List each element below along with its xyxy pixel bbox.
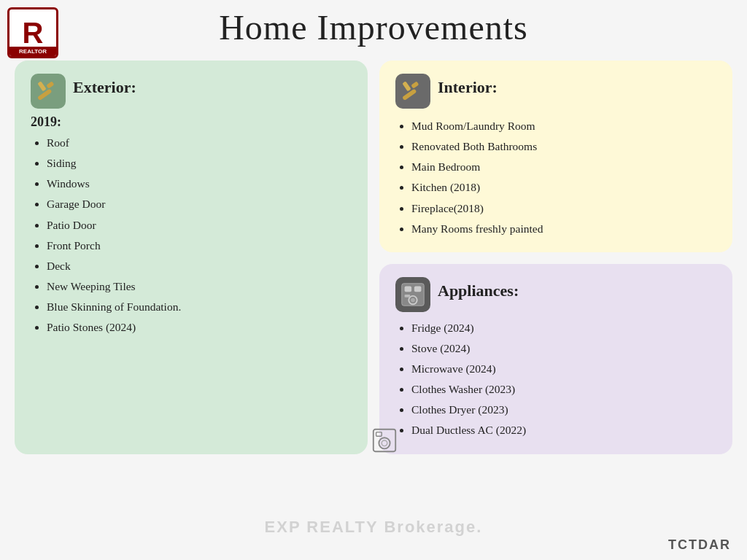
list-item: Mud Room/Laundry Room [411,116,716,136]
svg-rect-8 [414,286,422,292]
svg-point-10 [411,298,415,303]
page-wrapper: R REALTOR Home Improvements Exterior: 20… [0,0,747,560]
appliances-title: Appliances: [438,277,519,300]
svg-rect-4 [402,88,417,101]
appliances-card: Appliances: Fridge (2024) Stove (2024) M… [379,264,732,454]
exterior-title: Exterior: [73,74,136,97]
hammer-icon [34,77,62,105]
appliances-icon [395,277,430,312]
appliances-list: Fridge (2024) Stove (2024) Microwave (20… [395,318,716,440]
exterior-subtitle: 2019: [31,114,352,130]
list-item: Patio Stones (2024) [47,317,352,337]
realtor-text: REALTOR [9,47,56,56]
interior-hammer-icon [399,77,427,105]
list-item: Deck [47,256,352,276]
list-item: Windows [47,174,352,193]
svg-point-15 [382,440,387,446]
interior-list: Mud Room/Laundry Room Renovated Both Bat… [395,116,716,238]
list-item: Main Bedroom [411,157,716,176]
appliances-card-header: Appliances: [395,277,716,312]
svg-rect-7 [405,286,412,292]
svg-rect-5 [402,81,411,91]
list-item: Kitchen (2018) [411,177,716,197]
washer-icon [371,427,398,454]
exterior-list: Roof Siding Windows Garage Door Patio Do… [31,133,352,337]
interior-icon [395,74,430,109]
list-item: Clothes Dryer (2023) [411,400,716,419]
list-item: Roof [47,133,352,152]
washer-icon-area [367,423,402,458]
list-item: Fireplace(2018) [411,198,716,218]
svg-rect-2 [37,81,46,91]
page-title: Home Improvements [15,7,732,47]
list-item: Garage Door [47,194,352,214]
list-item: Stove (2024) [411,338,716,358]
svg-rect-0 [46,81,54,88]
list-item: Clothes Washer (2023) [411,379,716,399]
realtor-logo: R REALTOR [7,7,66,66]
list-item: Blue Skinning of Foundation. [47,297,352,316]
exterior-card-header: Exterior: [31,74,352,109]
svg-rect-11 [405,295,411,298]
list-item: Dual Ductless AC (2022) [411,420,716,440]
svg-rect-13 [376,432,382,437]
tctdar-badge: TCTDAR [668,537,731,553]
list-item: Siding [47,153,352,173]
list-item: Fridge (2024) [411,318,716,338]
list-item: Microwave (2024) [411,359,716,378]
exterior-icon [31,74,66,109]
content-grid: Exterior: 2019: Roof Siding Windows Gara… [15,61,732,454]
interior-title: Interior: [438,74,498,97]
list-item: Renovated Both Bathrooms [411,136,716,156]
svg-rect-3 [411,81,419,88]
list-item: Many Rooms freshly painted [411,219,716,238]
realtor-r-letter: R [23,18,44,47]
watermark: EXP REALTY Brokerage. [265,518,483,537]
interior-card-header: Interior: [395,74,716,109]
exterior-card: Exterior: 2019: Roof Siding Windows Gara… [15,61,368,454]
list-item: Patio Door [47,215,352,235]
list-item: New Weeping Tiles [47,276,352,296]
svg-rect-1 [37,88,52,101]
svg-point-14 [379,438,390,448]
appliance-box-icon [399,281,427,308]
interior-card: Interior: Mud Room/Laundry Room Renovate… [379,61,732,252]
list-item: Front Porch [47,236,352,255]
